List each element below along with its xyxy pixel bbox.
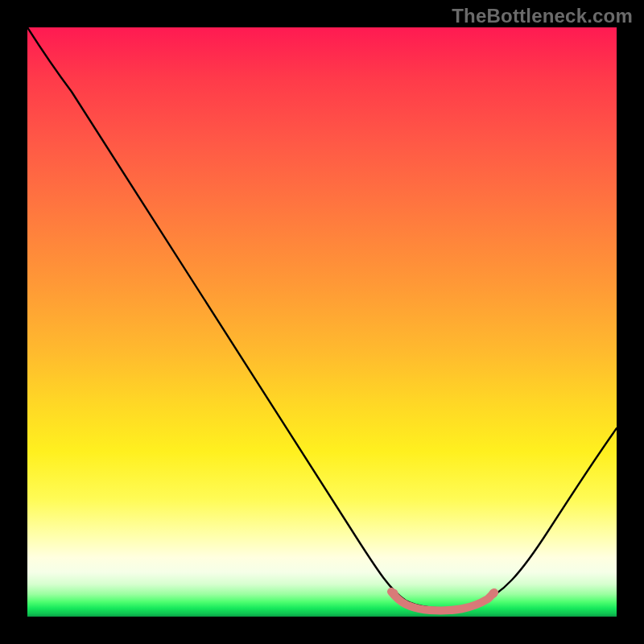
minimum-marker-left-cap (390, 589, 398, 598)
watermark-text: TheBottleneck.com (452, 5, 633, 27)
curve-path (27, 27, 617, 609)
minimum-marker (391, 592, 494, 610)
minimum-marker-right-cap (489, 589, 498, 598)
bottleneck-curve (27, 27, 617, 617)
chart-frame: TheBottleneck.com (0, 0, 644, 644)
plot-area (27, 27, 617, 617)
